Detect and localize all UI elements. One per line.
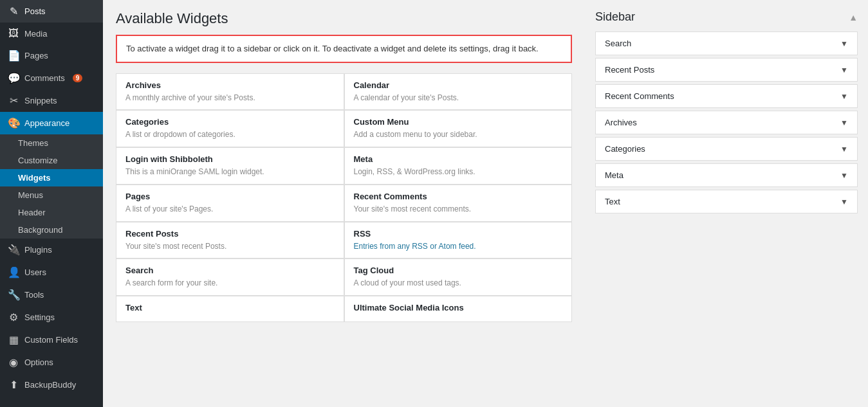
widget-search[interactable]: Search A search form for your site. xyxy=(116,258,344,296)
users-icon: 👤 xyxy=(8,266,19,278)
nav-item-media[interactable]: 🖼 Media xyxy=(0,23,103,44)
info-box: To activate a widget drag it to a sideba… xyxy=(116,35,572,63)
sidebar-widget-caret-archives: ▼ xyxy=(840,118,848,127)
widget-desc-custom-menu: Add a custom menu to your sidebar. xyxy=(354,129,563,140)
nav-sidebar: ✎ Posts 🖼 Media 📄 Pages 💬 Comments 9 ✂ S… xyxy=(0,0,103,407)
pages-icon: 📄 xyxy=(8,50,19,62)
widget-calendar[interactable]: Calendar A calendar of your site's Posts… xyxy=(344,73,573,111)
widget-name-rss: RSS xyxy=(354,229,563,239)
sidebar-widget-caret-text: ▼ xyxy=(840,197,848,206)
nav-label-settings: Settings xyxy=(24,312,55,322)
appearance-submenu: Themes Customize Widgets Menus Header Ba… xyxy=(0,134,103,239)
widget-desc-pages: A list of your site's Pages. xyxy=(125,204,335,215)
widget-recent-posts[interactable]: Recent Posts Your site's most recent Pos… xyxy=(116,222,344,259)
settings-icon: ⚙ xyxy=(8,311,19,323)
widget-desc-tag-cloud: A cloud of your most used tags. xyxy=(354,278,563,289)
sidebar-panel-header: Sidebar ▲ xyxy=(595,10,858,24)
sidebar-widget-recent-posts[interactable]: Recent Posts ▼ xyxy=(595,58,858,82)
nav-label-tools: Tools xyxy=(24,290,44,300)
nav-item-users[interactable]: 👤 Users xyxy=(0,261,103,284)
comments-icon: 💬 xyxy=(8,72,19,84)
sidebar-widget-text[interactable]: Text ▼ xyxy=(595,190,858,213)
sidebar-widget-label-text: Text xyxy=(605,197,620,206)
submenu-themes[interactable]: Themes xyxy=(0,134,103,152)
sidebar-widget-caret-recent-posts: ▼ xyxy=(840,66,848,75)
nav-label-backupbuddy: BackupBuddy xyxy=(24,380,76,390)
widgets-grid: Archives A monthly archive of your site'… xyxy=(116,73,572,323)
widget-categories[interactable]: Categories A list or dropdown of categor… xyxy=(116,110,344,147)
sidebar-widget-meta[interactable]: Meta ▼ xyxy=(595,163,858,187)
widget-desc-archives: A monthly archive of your site's Posts. xyxy=(125,93,335,104)
widget-desc-categories: A list or dropdown of categories. xyxy=(125,129,335,140)
media-icon: 🖼 xyxy=(8,28,19,39)
nav-label-pages: Pages xyxy=(24,51,48,60)
widget-archives[interactable]: Archives A monthly archive of your site'… xyxy=(116,73,344,111)
widget-text[interactable]: Text xyxy=(116,296,344,322)
nav-item-custom-fields[interactable]: ▦ Custom Fields xyxy=(0,329,103,351)
nav-item-settings[interactable]: ⚙ Settings xyxy=(0,306,103,329)
snippets-icon: ✂ xyxy=(8,95,19,107)
nav-item-options[interactable]: ◉ Options xyxy=(0,351,103,374)
nav-item-comments[interactable]: 💬 Comments 9 xyxy=(0,67,103,89)
sidebar-widget-label-archives: Archives xyxy=(605,118,637,127)
nav-item-snippets[interactable]: ✂ Snippets xyxy=(0,89,103,112)
sidebar-panel-caret: ▲ xyxy=(849,12,858,23)
widget-pages[interactable]: Pages A list of your site's Pages. xyxy=(116,185,344,222)
nav-item-tools[interactable]: 🔧 Tools xyxy=(0,284,103,306)
nav-item-posts[interactable]: ✎ Posts xyxy=(0,0,103,23)
widget-desc-calendar: A calendar of your site's Posts. xyxy=(354,93,563,104)
backupbuddy-icon: ⬆ xyxy=(8,379,19,391)
widget-name-search: Search xyxy=(125,266,335,275)
widget-desc-rss: Entries from any RSS or Atom feed. xyxy=(354,241,563,252)
widget-meta[interactable]: Meta Login, RSS, & WordPress.org links. xyxy=(344,147,573,185)
widget-custom-menu[interactable]: Custom Menu Add a custom menu to your si… xyxy=(344,110,573,147)
sidebar-widget-label-recent-posts: Recent Posts xyxy=(605,65,654,75)
options-icon: ◉ xyxy=(8,356,19,368)
submenu-widgets[interactable]: Widgets xyxy=(0,169,103,186)
sidebar-widget-categories[interactable]: Categories ▼ xyxy=(595,137,858,161)
widget-social-icons[interactable]: Ultimate Social Media Icons xyxy=(344,296,573,322)
nav-label-posts: Posts xyxy=(24,6,46,16)
nav-label-options: Options xyxy=(24,357,53,367)
submenu-background[interactable]: Background xyxy=(0,221,103,239)
sidebar-widget-archives[interactable]: Archives ▼ xyxy=(595,111,858,134)
nav-item-backupbuddy[interactable]: ⬆ BackupBuddy xyxy=(0,374,103,396)
sidebar-widget-label-categories: Categories xyxy=(605,144,645,154)
sidebar-panel-title-text: Sidebar xyxy=(595,10,635,24)
nav-label-custom-fields: Custom Fields xyxy=(24,335,78,345)
page-title: Available Widgets xyxy=(116,10,572,27)
info-text: To activate a widget drag it to a sideba… xyxy=(126,44,539,53)
sidebar-widget-label-meta: Meta xyxy=(605,170,623,180)
widget-name-text: Text xyxy=(125,303,335,312)
widget-name-social-icons: Ultimate Social Media Icons xyxy=(354,303,563,312)
nav-item-appearance[interactable]: 🎨 Appearance xyxy=(0,112,103,134)
submenu-header[interactable]: Header xyxy=(0,204,103,221)
widget-login-shibboleth[interactable]: Login with Shibboleth This is a miniOran… xyxy=(116,147,344,185)
nav-item-pages[interactable]: 📄 Pages xyxy=(0,44,103,67)
main-content: Available Widgets To activate a widget d… xyxy=(103,0,585,407)
nav-label-comments: Comments xyxy=(24,73,65,83)
widget-rss[interactable]: RSS Entries from any RSS or Atom feed. xyxy=(344,222,573,259)
plugins-icon: 🔌 xyxy=(8,244,19,256)
sidebar-widget-search[interactable]: Search ▼ xyxy=(595,32,858,55)
widget-name-custom-menu: Custom Menu xyxy=(354,117,563,127)
sidebar-widget-label-search: Search xyxy=(605,39,631,48)
widget-name-archives: Archives xyxy=(125,80,335,90)
widget-tag-cloud[interactable]: Tag Cloud A cloud of your most used tags… xyxy=(344,258,573,296)
submenu-menus[interactable]: Menus xyxy=(0,186,103,204)
sidebar-panel: Sidebar ▲ Search ▼ Recent Posts ▼ Recent… xyxy=(585,0,868,407)
widget-desc-login-shibboleth: This is a miniOrange SAML login widget. xyxy=(125,167,335,177)
nav-label-snippets: Snippets xyxy=(24,96,57,105)
posts-icon: ✎ xyxy=(8,5,19,17)
nav-label-appearance: Appearance xyxy=(24,118,69,128)
sidebar-widget-label-recent-comments: Recent Comments xyxy=(605,91,674,101)
widget-name-recent-comments: Recent Comments xyxy=(354,192,563,201)
sidebar-widget-caret-categories: ▼ xyxy=(840,145,848,154)
sidebar-widget-recent-comments[interactable]: Recent Comments ▼ xyxy=(595,84,858,108)
nav-item-plugins[interactable]: 🔌 Plugins xyxy=(0,239,103,261)
widget-recent-comments[interactable]: Recent Comments Your site's most recent … xyxy=(344,185,573,222)
widget-name-login-shibboleth: Login with Shibboleth xyxy=(125,154,335,164)
widget-desc-recent-comments: Your site's most recent comments. xyxy=(354,204,563,215)
submenu-customize[interactable]: Customize xyxy=(0,152,103,169)
widget-desc-recent-posts: Your site's most recent Posts. xyxy=(125,241,335,252)
